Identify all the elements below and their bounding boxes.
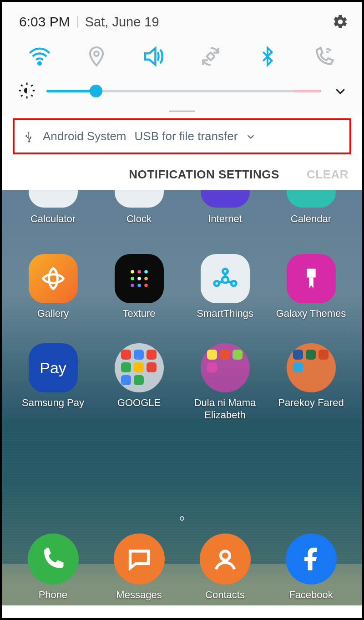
app-samsung-pay[interactable]: Pay Samsung Pay [10,343,96,421]
svg-rect-2 [207,52,215,61]
app-grid: Gallery Texture SmartThings Galaxy Theme… [2,254,362,421]
brightness-icon [18,82,35,99]
app-smartthings[interactable]: SmartThings [182,254,268,320]
svg-point-21 [222,269,228,274]
app-label: Clock [126,213,152,225]
notification-source: Android System [43,129,126,143]
app-label: Phone [39,589,68,601]
folder-parekoy[interactable]: Parekoy Fared [268,343,354,421]
app-label: Calculator [30,213,76,225]
sound-tile[interactable] [141,44,166,69]
svg-point-23 [231,281,236,286]
auto-brightness-toggle[interactable] [18,82,36,100]
app-label: Dula ni Mama Elizabeth [187,397,264,421]
clear-all-button[interactable]: CLEAR [307,168,349,182]
app-label: GOOGLE [117,397,161,409]
auto-rotate-icon [199,45,222,68]
app-label: Internet [208,213,242,225]
svg-line-9 [31,95,33,97]
svg-point-28 [221,551,230,560]
phone-icon [40,545,67,573]
quick-settings-panel: 6:03 PM Sat, June 19 [2,2,362,116]
svg-point-19 [137,284,141,287]
quick-tiles-row [2,40,362,78]
dock-messages[interactable]: Messages [96,534,182,601]
location-tile[interactable] [84,44,109,69]
svg-point-18 [131,284,134,287]
location-icon [86,46,107,67]
svg-point-12 [131,270,134,274]
app-row-peek: Calculator Clock Internet Calendar [2,190,362,225]
brush-icon [298,265,324,292]
notification-text: USB for file transfer [135,129,238,143]
messages-icon [126,545,153,573]
app-galaxy-themes[interactable]: Galaxy Themes [268,254,354,320]
svg-point-13 [137,270,141,274]
contacts-icon [212,545,239,573]
dock-facebook[interactable]: Facebook [268,534,354,601]
svg-line-10 [21,95,22,97]
svg-point-22 [214,281,219,286]
svg-point-20 [144,284,148,287]
svg-point-24 [222,277,228,283]
usb-notification[interactable]: Android System USB for file transfer [13,118,351,154]
svg-point-15 [131,277,134,280]
dock-phone[interactable]: Phone [10,534,96,601]
dock-contacts[interactable]: Contacts [182,534,268,601]
bluetooth-tile[interactable] [255,44,280,69]
smartthings-icon [211,264,240,293]
brightness-row [2,78,362,110]
brightness-slider[interactable] [46,82,321,100]
svg-point-1 [94,51,99,56]
app-calendar[interactable]: Calendar [268,190,354,225]
svg-point-0 [38,62,41,65]
svg-line-26 [218,282,222,282]
notification-settings-button[interactable]: NOTIFICATION SETTINGS [129,168,279,182]
app-texture[interactable]: Texture [96,254,182,320]
status-header: 6:03 PM Sat, June 19 [2,6,362,40]
app-calculator[interactable]: Calculator [10,190,96,225]
page-indicator [180,516,184,521]
svg-line-8 [21,85,22,86]
gear-icon [332,14,349,30]
app-label: Calendar [291,213,331,225]
app-label: Gallery [37,308,69,320]
folder-google[interactable]: GOOGLE [96,343,182,421]
svg-line-27 [228,282,232,282]
svg-line-11 [31,85,33,86]
app-label: Texture [122,308,155,320]
app-label: Contacts [205,589,245,601]
expand-brightness-button[interactable] [331,82,349,100]
app-clock[interactable]: Clock [96,190,182,225]
app-internet[interactable]: Internet [182,190,268,225]
svg-point-16 [137,277,141,280]
app-label: Facebook [289,589,333,601]
dock: Phone Messages Contacts Facebook [2,534,362,601]
wifi-tile[interactable] [27,44,52,69]
clock-date: Sat, June 19 [85,15,159,30]
bluetooth-icon [257,46,278,67]
panel-drag-handle[interactable] [2,110,362,116]
app-gallery[interactable]: Gallery [10,254,96,320]
folder-dula[interactable]: Dula ni Mama Elizabeth [182,343,268,421]
divider [77,16,78,28]
app-label: SmartThings [197,308,253,320]
settings-gear-button[interactable] [331,13,349,31]
texture-icon [126,265,153,292]
gallery-icon [40,265,67,292]
app-label: Parekoy Fared [278,397,344,409]
wifi-calling-tile[interactable] [312,44,337,69]
wifi-icon [28,45,51,68]
wifi-calling-icon [313,45,336,68]
auto-rotate-tile[interactable] [198,44,223,69]
facebook-icon [298,545,325,573]
svg-point-17 [144,277,148,280]
sound-icon [141,44,166,69]
brightness-slider-thumb[interactable] [90,85,102,97]
clock-time: 6:03 PM [19,14,70,30]
usb-icon [23,131,35,142]
app-label: Galaxy Themes [276,308,346,320]
app-label: Samsung Pay [22,397,84,409]
svg-point-14 [144,270,148,274]
chevron-down-icon [246,132,256,142]
